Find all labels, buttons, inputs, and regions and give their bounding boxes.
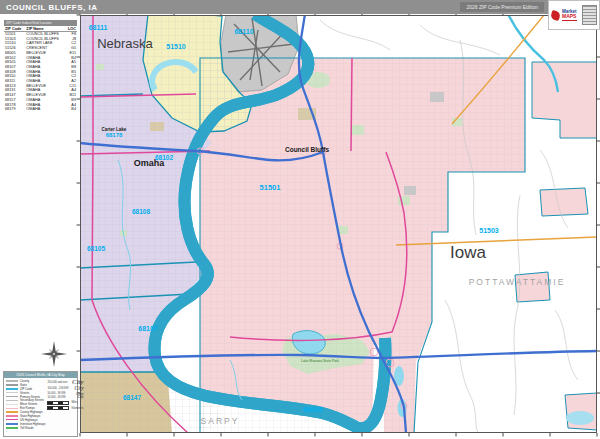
county-label: SARPY	[201, 416, 240, 426]
legend-swatch	[6, 388, 18, 390]
legend-swatch	[6, 415, 18, 416]
city-label: Council Bluffs	[285, 146, 329, 153]
legend-swatch	[6, 384, 18, 386]
legend-swatch	[6, 392, 18, 393]
edition-badge: 2026 ZIP Code Premium Edition	[460, 2, 544, 12]
logo-brand-2: MAPS	[562, 14, 577, 19]
zip-label: 68105	[87, 245, 105, 252]
zip-label: 68107	[138, 325, 158, 332]
zip-index-table: ZIP CodeZIP NameLOC 51501COUNCIL BLUFFSF…	[4, 27, 77, 112]
logo-splat-icon	[550, 9, 561, 20]
legend-scale-bars: MilesKilometers	[47, 401, 83, 410]
legend-swatch	[6, 400, 18, 401]
zip-index-panel: ZIP Code Index/Grid Locator ZIP CodeZIP …	[4, 20, 77, 112]
zip-label: 68178	[106, 132, 123, 138]
zip-label: 68108	[132, 208, 150, 215]
map-content: NebraskaIowaPOTTAWATTAMIESARPYOmahaCounc…	[80, 14, 597, 433]
state-label: Iowa	[450, 243, 486, 262]
legend-city-sizes: 250,000 and overCity100,000 - 249,999Cit…	[47, 379, 83, 400]
legend-swatch	[6, 380, 18, 382]
zip-index-column-header: LOC	[65, 27, 77, 32]
zip-index-row: 68179OMAHAB4	[4, 107, 77, 112]
edition-label: 2026 ZIP Code Premium Edition	[466, 4, 538, 10]
legend-swatch	[6, 427, 18, 429]
legend-swatch	[6, 419, 18, 420]
legend-item: Toll Roads	[6, 426, 45, 430]
legend-swatch	[6, 408, 18, 409]
zip-label: 68110	[234, 28, 253, 35]
legend-swatch	[6, 411, 18, 412]
park-label: Lake Manawa State Park	[301, 359, 339, 363]
legend-items: CountyStateZIP CodeStreetsPrimary Street…	[6, 379, 45, 430]
zip-label: 68147	[123, 394, 141, 401]
scale-bar: Kilometers	[47, 406, 83, 410]
state-label: Nebraska	[97, 36, 153, 51]
zip-label: 68102	[155, 154, 173, 161]
zip-label: 68005	[303, 406, 323, 413]
zip-label: 68111	[89, 24, 108, 31]
compass-rose-icon	[40, 340, 68, 368]
map-canvas: NebraskaIowaPOTTAWATTAMIESARPYOmahaCounc…	[0, 0, 600, 439]
scale-bar: Miles	[47, 401, 83, 405]
header-bar: COUNCIL BLUFFS, IA 2026 ZIP Code Premium…	[0, 0, 600, 14]
legend-swatch	[6, 404, 18, 405]
zip-label: 51501	[260, 183, 281, 192]
legend-city-size-row: 10,000 - 49,999City	[47, 396, 83, 400]
county-label: POTTAWATTAMIE	[469, 277, 566, 287]
map-title: COUNCIL BLUFFS, IA	[0, 3, 98, 12]
logo-address-block	[582, 5, 597, 25]
legend-swatch	[6, 423, 18, 425]
marketmaps-logo: Market MAPS	[548, 0, 600, 30]
zip-label: 51503	[479, 227, 499, 234]
map-legend: 2026 Council Bluffs, IA City Map CountyS…	[3, 371, 78, 437]
zip-label: 51510	[166, 43, 186, 50]
zip-index-title: ZIP Code Index/Grid Locator	[4, 20, 77, 26]
legend-swatch	[6, 396, 18, 397]
logo-wordmark: Market MAPS	[562, 9, 577, 21]
